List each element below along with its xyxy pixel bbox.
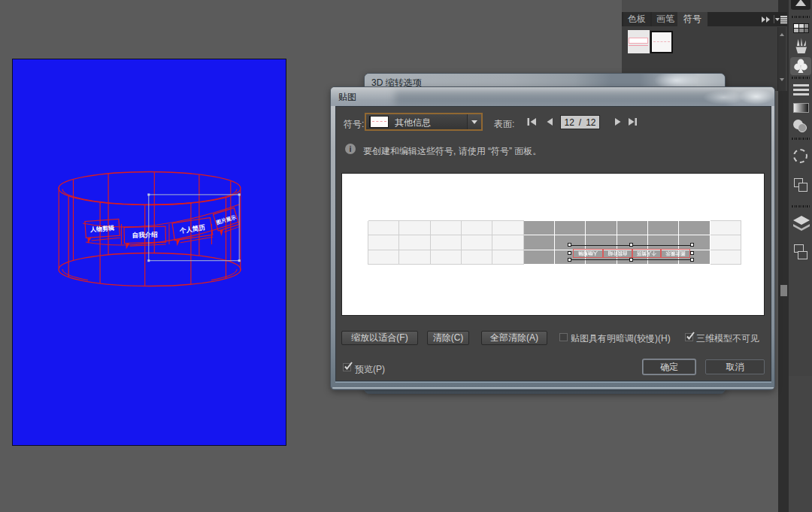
svg-text:自我介绍: 自我介绍 (132, 231, 159, 239)
svg-text:人物剪辑: 人物剪辑 (89, 225, 115, 233)
svg-text:图片展示: 图片展示 (216, 214, 238, 226)
